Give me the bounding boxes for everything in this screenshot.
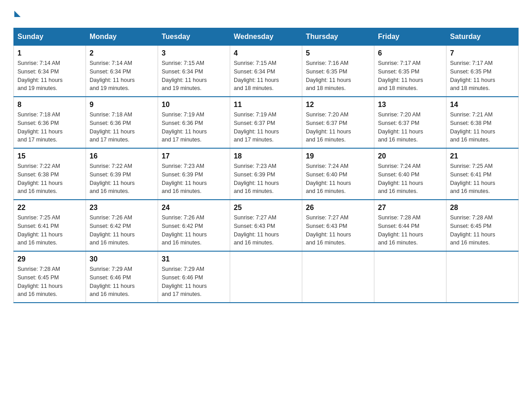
day-number: 8 xyxy=(17,101,82,109)
day-info: Sunrise: 7:26 AM Sunset: 6:42 PM Dayligh… xyxy=(162,214,226,247)
day-info: Sunrise: 7:15 AM Sunset: 6:34 PM Dayligh… xyxy=(162,59,226,93)
day-info: Sunrise: 7:21 AM Sunset: 6:38 PM Dayligh… xyxy=(450,111,515,144)
page-header xyxy=(13,9,519,19)
day-number: 22 xyxy=(17,204,82,212)
day-cell: 1 Sunrise: 7:14 AM Sunset: 6:34 PM Dayli… xyxy=(14,46,86,97)
day-cell: 30 Sunrise: 7:29 AM Sunset: 6:46 PM Dayl… xyxy=(86,251,158,303)
day-cell: 29 Sunrise: 7:28 AM Sunset: 6:45 PM Dayl… xyxy=(14,251,86,303)
day-info: Sunrise: 7:24 AM Sunset: 6:40 PM Dayligh… xyxy=(306,162,370,196)
day-cell: 26 Sunrise: 7:27 AM Sunset: 6:43 PM Dayl… xyxy=(302,200,374,251)
week-row-3: 22 Sunrise: 7:25 AM Sunset: 6:41 PM Dayl… xyxy=(14,200,519,251)
day-cell: 6 Sunrise: 7:17 AM Sunset: 6:35 PM Dayli… xyxy=(374,46,446,97)
day-info: Sunrise: 7:20 AM Sunset: 6:37 PM Dayligh… xyxy=(378,111,442,144)
day-cell xyxy=(302,251,374,303)
day-cell: 7 Sunrise: 7:17 AM Sunset: 6:35 PM Dayli… xyxy=(446,46,519,97)
day-info: Sunrise: 7:25 AM Sunset: 6:41 PM Dayligh… xyxy=(450,162,515,196)
day-info: Sunrise: 7:23 AM Sunset: 6:39 PM Dayligh… xyxy=(162,162,226,196)
day-number: 7 xyxy=(450,49,515,57)
week-row-1: 8 Sunrise: 7:18 AM Sunset: 6:36 PM Dayli… xyxy=(14,97,519,148)
day-cell: 25 Sunrise: 7:27 AM Sunset: 6:43 PM Dayl… xyxy=(230,200,302,251)
day-info: Sunrise: 7:25 AM Sunset: 6:41 PM Dayligh… xyxy=(17,214,82,247)
logo xyxy=(13,9,21,19)
day-cell: 22 Sunrise: 7:25 AM Sunset: 6:41 PM Dayl… xyxy=(14,200,86,251)
day-number: 10 xyxy=(162,101,226,109)
day-number: 16 xyxy=(90,152,154,160)
day-info: Sunrise: 7:23 AM Sunset: 6:39 PM Dayligh… xyxy=(234,162,298,196)
week-row-4: 29 Sunrise: 7:28 AM Sunset: 6:45 PM Dayl… xyxy=(14,251,519,303)
day-number: 11 xyxy=(234,101,298,109)
day-cell: 3 Sunrise: 7:15 AM Sunset: 6:34 PM Dayli… xyxy=(158,46,230,97)
day-info: Sunrise: 7:24 AM Sunset: 6:40 PM Dayligh… xyxy=(378,162,442,196)
day-cell: 9 Sunrise: 7:18 AM Sunset: 6:36 PM Dayli… xyxy=(86,97,158,148)
day-cell: 2 Sunrise: 7:14 AM Sunset: 6:34 PM Dayli… xyxy=(86,46,158,97)
day-number: 21 xyxy=(450,152,515,160)
day-cell: 8 Sunrise: 7:18 AM Sunset: 6:36 PM Dayli… xyxy=(14,97,86,148)
day-cell xyxy=(230,251,302,303)
header-thursday: Thursday xyxy=(302,28,374,46)
calendar-table: SundayMondayTuesdayWednesdayThursdayFrid… xyxy=(13,28,519,303)
day-number: 12 xyxy=(306,101,370,109)
day-info: Sunrise: 7:14 AM Sunset: 6:34 PM Dayligh… xyxy=(90,59,154,93)
day-info: Sunrise: 7:15 AM Sunset: 6:34 PM Dayligh… xyxy=(234,59,298,93)
day-cell: 10 Sunrise: 7:19 AM Sunset: 6:36 PM Dayl… xyxy=(158,97,230,148)
day-info: Sunrise: 7:20 AM Sunset: 6:37 PM Dayligh… xyxy=(306,111,370,144)
day-number: 9 xyxy=(90,101,154,109)
day-number: 6 xyxy=(378,49,442,57)
day-cell: 4 Sunrise: 7:15 AM Sunset: 6:34 PM Dayli… xyxy=(230,46,302,97)
day-number: 26 xyxy=(306,204,370,212)
day-cell: 18 Sunrise: 7:23 AM Sunset: 6:39 PM Dayl… xyxy=(230,148,302,200)
day-cell xyxy=(446,251,519,303)
day-cell xyxy=(374,251,446,303)
calendar-body: 1 Sunrise: 7:14 AM Sunset: 6:34 PM Dayli… xyxy=(14,46,519,303)
day-info: Sunrise: 7:18 AM Sunset: 6:36 PM Dayligh… xyxy=(17,111,82,144)
week-row-0: 1 Sunrise: 7:14 AM Sunset: 6:34 PM Dayli… xyxy=(14,46,519,97)
day-number: 18 xyxy=(234,152,298,160)
day-number: 1 xyxy=(17,49,82,57)
day-cell: 16 Sunrise: 7:22 AM Sunset: 6:39 PM Dayl… xyxy=(86,148,158,200)
header-sunday: Sunday xyxy=(14,28,86,46)
day-number: 17 xyxy=(162,152,226,160)
day-number: 2 xyxy=(90,49,154,57)
day-number: 5 xyxy=(306,49,370,57)
day-number: 19 xyxy=(306,152,370,160)
day-number: 14 xyxy=(450,101,515,109)
day-cell: 15 Sunrise: 7:22 AM Sunset: 6:38 PM Dayl… xyxy=(14,148,86,200)
day-info: Sunrise: 7:16 AM Sunset: 6:35 PM Dayligh… xyxy=(306,59,370,93)
day-info: Sunrise: 7:27 AM Sunset: 6:43 PM Dayligh… xyxy=(234,214,298,247)
day-info: Sunrise: 7:28 AM Sunset: 6:45 PM Dayligh… xyxy=(450,214,515,247)
day-cell: 12 Sunrise: 7:20 AM Sunset: 6:37 PM Dayl… xyxy=(302,97,374,148)
day-info: Sunrise: 7:26 AM Sunset: 6:42 PM Dayligh… xyxy=(90,214,154,247)
day-cell: 5 Sunrise: 7:16 AM Sunset: 6:35 PM Dayli… xyxy=(302,46,374,97)
day-info: Sunrise: 7:29 AM Sunset: 6:46 PM Dayligh… xyxy=(162,265,226,299)
day-number: 28 xyxy=(450,204,515,212)
day-info: Sunrise: 7:19 AM Sunset: 6:36 PM Dayligh… xyxy=(162,111,226,144)
header-saturday: Saturday xyxy=(446,28,519,46)
day-cell: 21 Sunrise: 7:25 AM Sunset: 6:41 PM Dayl… xyxy=(446,148,519,200)
day-number: 27 xyxy=(378,204,442,212)
day-info: Sunrise: 7:17 AM Sunset: 6:35 PM Dayligh… xyxy=(450,59,515,93)
day-cell: 14 Sunrise: 7:21 AM Sunset: 6:38 PM Dayl… xyxy=(446,97,519,148)
day-cell: 20 Sunrise: 7:24 AM Sunset: 6:40 PM Dayl… xyxy=(374,148,446,200)
day-number: 29 xyxy=(17,255,82,263)
day-cell: 11 Sunrise: 7:19 AM Sunset: 6:37 PM Dayl… xyxy=(230,97,302,148)
header-friday: Friday xyxy=(374,28,446,46)
day-cell: 31 Sunrise: 7:29 AM Sunset: 6:46 PM Dayl… xyxy=(158,251,230,303)
day-info: Sunrise: 7:22 AM Sunset: 6:38 PM Dayligh… xyxy=(17,162,82,196)
day-cell: 24 Sunrise: 7:26 AM Sunset: 6:42 PM Dayl… xyxy=(158,200,230,251)
day-info: Sunrise: 7:18 AM Sunset: 6:36 PM Dayligh… xyxy=(90,111,154,144)
day-info: Sunrise: 7:28 AM Sunset: 6:44 PM Dayligh… xyxy=(378,214,442,247)
day-info: Sunrise: 7:19 AM Sunset: 6:37 PM Dayligh… xyxy=(234,111,298,144)
day-cell: 23 Sunrise: 7:26 AM Sunset: 6:42 PM Dayl… xyxy=(86,200,158,251)
week-row-2: 15 Sunrise: 7:22 AM Sunset: 6:38 PM Dayl… xyxy=(14,148,519,200)
day-cell: 19 Sunrise: 7:24 AM Sunset: 6:40 PM Dayl… xyxy=(302,148,374,200)
day-info: Sunrise: 7:28 AM Sunset: 6:45 PM Dayligh… xyxy=(17,265,82,299)
day-info: Sunrise: 7:14 AM Sunset: 6:34 PM Dayligh… xyxy=(17,59,82,93)
header-tuesday: Tuesday xyxy=(158,28,230,46)
day-number: 3 xyxy=(162,49,226,57)
day-number: 24 xyxy=(162,204,226,212)
day-number: 20 xyxy=(378,152,442,160)
day-number: 23 xyxy=(90,204,154,212)
day-number: 31 xyxy=(162,255,226,263)
day-number: 25 xyxy=(234,204,298,212)
day-info: Sunrise: 7:27 AM Sunset: 6:43 PM Dayligh… xyxy=(306,214,370,247)
